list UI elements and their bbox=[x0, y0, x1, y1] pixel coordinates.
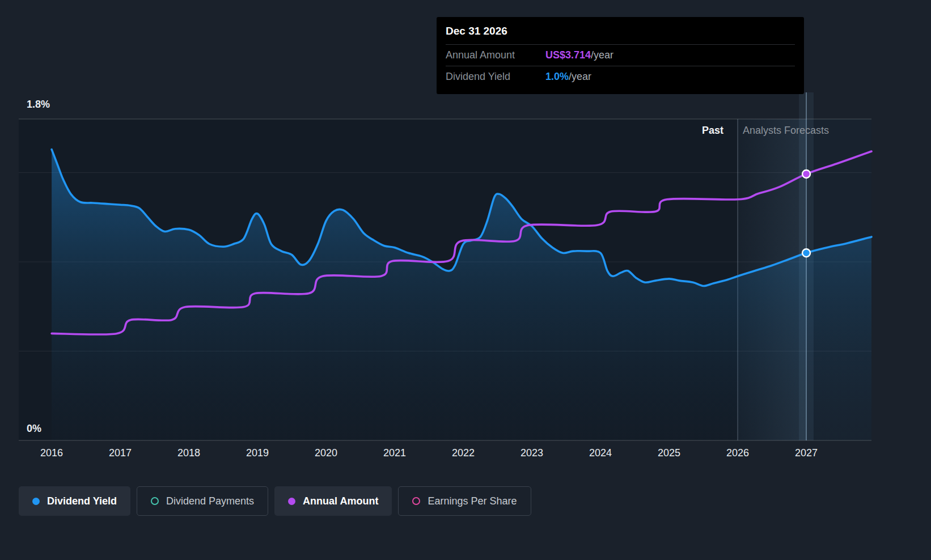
legend-dividend-payments[interactable]: Dividend Payments bbox=[137, 486, 268, 516]
x-axis-tick-2021: 2021 bbox=[383, 447, 406, 459]
x-axis-tick-2016: 2016 bbox=[40, 447, 63, 459]
legend-label: Dividend Yield bbox=[47, 495, 117, 507]
y-axis-bottom-label: 0% bbox=[27, 423, 41, 435]
legend-label: Earnings Per Share bbox=[428, 495, 517, 507]
legend-label: Dividend Payments bbox=[166, 495, 254, 507]
x-axis-tick-2023: 2023 bbox=[520, 447, 543, 459]
legend-annual-amount[interactable]: Annual Amount bbox=[274, 486, 392, 516]
x-axis-tick-2025: 2025 bbox=[658, 447, 680, 459]
outline-ring-icon bbox=[412, 497, 420, 505]
chart-legend: Dividend YieldDividend PaymentsAnnual Am… bbox=[19, 486, 531, 516]
tooltip-annual-amount-suffix: /year bbox=[591, 49, 613, 62]
tooltip-row-dividend-yield: Dividend Yield 1.0% /year bbox=[446, 66, 795, 87]
legend-earnings-per-share[interactable]: Earnings Per Share bbox=[398, 486, 531, 516]
tooltip-annual-amount-value: US$3.714 bbox=[545, 49, 591, 62]
x-axis-tick-2020: 2020 bbox=[315, 447, 337, 459]
tooltip-dividend-yield-label: Dividend Yield bbox=[446, 70, 545, 83]
x-axis-tick-2027: 2027 bbox=[795, 447, 818, 459]
x-axis-tick-2019: 2019 bbox=[246, 447, 269, 459]
filled-dot-icon bbox=[288, 498, 295, 505]
x-axis-tick-2022: 2022 bbox=[452, 447, 475, 459]
chart-tooltip: Dec 31 2026 Annual Amount US$3.714 /year… bbox=[437, 17, 804, 94]
legend-label: Annual Amount bbox=[303, 495, 378, 507]
x-axis-tick-2026: 2026 bbox=[726, 447, 749, 459]
tooltip-dividend-yield-value: 1.0% bbox=[545, 70, 569, 83]
filled-dot-icon bbox=[32, 498, 40, 505]
dividend-yield-hover-marker[interactable] bbox=[802, 249, 810, 257]
tooltip-date: Dec 31 2026 bbox=[446, 24, 795, 44]
tooltip-row-annual-amount: Annual Amount US$3.714 /year bbox=[446, 44, 795, 66]
tooltip-annual-amount-label: Annual Amount bbox=[446, 49, 545, 62]
x-axis-tick-2017: 2017 bbox=[109, 447, 132, 459]
y-axis-top-label: 1.8% bbox=[27, 99, 50, 111]
x-axis-tick-2024: 2024 bbox=[589, 447, 612, 459]
legend-dividend-yield[interactable]: Dividend Yield bbox=[19, 486, 130, 516]
x-axis-tick-2018: 2018 bbox=[177, 447, 200, 459]
annual-amount-hover-marker[interactable] bbox=[802, 170, 810, 178]
tooltip-dividend-yield-suffix: /year bbox=[569, 70, 591, 83]
past-label: Past bbox=[658, 125, 723, 137]
dividend-chart-panel: 1.8% 0% Past Analysts Forecasts 20162017… bbox=[0, 0, 931, 560]
outline-ring-icon bbox=[151, 497, 159, 505]
analysts-forecasts-label: Analysts Forecasts bbox=[743, 125, 829, 137]
